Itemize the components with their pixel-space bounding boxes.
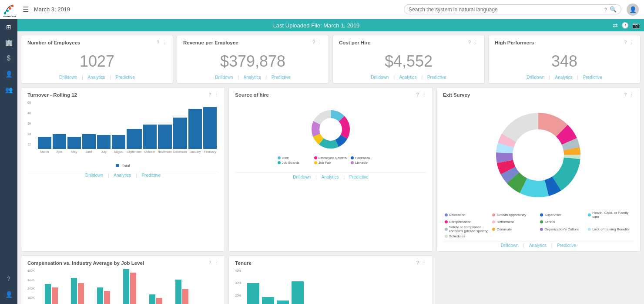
sidebar-item-group[interactable]: 👥: [0, 82, 17, 98]
kpi-links-cost: Drilldown | Analytics | Predictive: [339, 75, 478, 80]
sidebar-item-person[interactable]: 👤: [0, 66, 17, 82]
help-icon-comp[interactable]: ?: [208, 260, 211, 266]
more-icon-revenue[interactable]: ⋮: [318, 40, 322, 45]
predictive-link-cost[interactable]: Predictive: [427, 75, 446, 80]
turnover-links: Drilldown | Analytics | Predictive: [27, 173, 218, 178]
predictive-link-employees[interactable]: Predictive: [116, 75, 135, 80]
tenure-actions: ? ⋮: [416, 260, 426, 266]
sidebar-item-dollar[interactable]: $: [0, 51, 17, 66]
kpi-actions-cost: ? ⋮: [468, 40, 478, 45]
drilldown-link-exit[interactable]: Drilldown: [501, 243, 519, 248]
more-icon-exit[interactable]: ⋮: [629, 92, 634, 98]
compensation-chart: 400K 320K 240K 160K 80K 0 D: [27, 269, 218, 304]
sidebar-item-help[interactable]: ?: [0, 271, 17, 287]
sidebar-item-home[interactable]: ⊞: [0, 19, 17, 35]
tenure-lt5: <5: [277, 301, 289, 304]
more-icon-tenure[interactable]: ⋮: [422, 260, 426, 266]
bar-march: March: [38, 137, 51, 153]
drilldown-link-revenue[interactable]: Drilldown: [215, 75, 233, 80]
kpi-actions-performers: ? ⋮: [624, 40, 634, 45]
legend-dice: Dice: [278, 156, 311, 160]
tenure-title: Tenure: [235, 260, 252, 266]
banner-icons: ⇄ 🕐 📷: [613, 22, 640, 29]
avatar[interactable]: 👤: [627, 3, 639, 16]
exit-legend-schedules: Schedules: [445, 234, 489, 238]
drilldown-link-turnover[interactable]: Drilldown: [85, 173, 103, 178]
sidebar-item-user[interactable]: 👤: [0, 287, 17, 302]
legend-jobfair: Job Fair: [314, 161, 347, 165]
header: ☰ March 3, 2019 ? 🔍 👤: [17, 0, 644, 19]
clock-icon[interactable]: 🕐: [621, 22, 629, 29]
exit-legend-growth: Growth opportunity: [492, 211, 537, 219]
banner-text: Last Uploaded File: March 1, 2019: [20, 22, 613, 29]
turnover-y-axis: 60 48 36 24 12: [27, 101, 31, 153]
exit-donut-chart: [486, 103, 590, 207]
drilldown-link-performers[interactable]: Drilldown: [527, 75, 544, 80]
analytics-link-employees[interactable]: Analytics: [88, 75, 105, 80]
predictive-link-revenue[interactable]: Predictive: [272, 75, 291, 80]
analytics-link-cost[interactable]: Analytics: [399, 75, 417, 80]
logo: trenData: [0, 0, 17, 19]
bar-july: July: [97, 135, 111, 153]
analytics-link-turnover[interactable]: Analytics: [114, 173, 131, 178]
camera-icon[interactable]: 📷: [632, 22, 640, 29]
predictive-link-source[interactable]: Predictive: [349, 175, 369, 179]
more-icon-cost[interactable]: ⋮: [473, 40, 478, 45]
help-icon-source[interactable]: ?: [416, 92, 419, 98]
kpi-card-cost: Cost per Hire ? ⋮ $4,552 Drilldown | Ana…: [332, 35, 485, 84]
svg-text:trenData: trenData: [3, 15, 16, 17]
legend-facebook: Facebook: [351, 156, 384, 160]
search-input[interactable]: [409, 7, 604, 13]
more-icon-comp[interactable]: ⋮: [214, 260, 218, 266]
exit-donut-container: Relocation Growth opportunity Supervisor: [443, 100, 634, 238]
sidebar-item-building[interactable]: 🏢: [0, 35, 17, 51]
menu-icon[interactable]: ☰: [23, 5, 29, 14]
main-content: ☰ March 3, 2019 ? 🔍 👤 Last Uploaded File…: [17, 0, 644, 304]
more-icon-source[interactable]: ⋮: [422, 92, 426, 98]
drilldown-link-source[interactable]: Drilldown: [293, 175, 311, 179]
help-icon-exit[interactable]: ?: [624, 92, 627, 98]
kpi-card-header-performers: High Performers ? ⋮: [495, 40, 634, 45]
comp-bars-container: Director Executive VP: [27, 269, 218, 304]
tenure-bars-container: <1 <2 <5 <10: [235, 269, 426, 304]
analytics-link-revenue[interactable]: Analytics: [244, 75, 261, 80]
search-icon[interactable]: 🔍: [610, 6, 617, 13]
turnover-chart: 60 48 36 24 12 March: [27, 101, 218, 162]
kpi-card-header-employees: Number of Employees ? ⋮: [27, 40, 167, 45]
more-icon-employees[interactable]: ⋮: [162, 40, 167, 45]
drilldown-link-cost[interactable]: Drilldown: [371, 75, 389, 80]
help-icon-cost[interactable]: ?: [468, 40, 471, 45]
exit-survey-card: Exit Survey ? ⋮: [436, 87, 641, 252]
help-icon-revenue[interactable]: ?: [312, 40, 315, 45]
exit-header: Exit Survey ? ⋮: [443, 92, 634, 98]
kpi-card-header-revenue: Revenue per Employee ? ⋮: [183, 40, 322, 45]
analytics-link-source[interactable]: Analytics: [322, 175, 339, 179]
middle-chart-row: Turnover - Rolling 12 ? ⋮ 60 48 36 24 12: [21, 87, 641, 252]
comp-president: President: [119, 269, 141, 304]
kpi-title-employees: Number of Employees: [27, 40, 80, 45]
bar-december: December: [173, 118, 187, 153]
help-icon-employees[interactable]: ?: [157, 40, 159, 45]
help-icon-turnover[interactable]: ?: [208, 92, 211, 98]
tenure-chart: 40% 30% 20% 10% 0% <1 <2: [235, 269, 426, 304]
predictive-link-exit[interactable]: Predictive: [557, 243, 576, 248]
comp-actions: ? ⋮: [208, 260, 218, 266]
search-help-icon[interactable]: ?: [604, 7, 607, 12]
source-donut-container: Dice Employee Referral Facebook Job: [235, 100, 426, 170]
analytics-link-exit[interactable]: Analytics: [529, 243, 547, 248]
predictive-link-turnover[interactable]: Predictive: [141, 173, 161, 178]
source-actions: ? ⋮: [416, 92, 426, 98]
predictive-link-performers[interactable]: Predictive: [583, 75, 602, 80]
comp-header: Compensation vs. Industry Average by Job…: [27, 260, 218, 266]
analytics-link-performers[interactable]: Analytics: [555, 75, 573, 80]
shuffle-icon[interactable]: ⇄: [613, 22, 618, 29]
more-icon-turnover[interactable]: ⋮: [214, 92, 218, 98]
help-icon-performers[interactable]: ?: [624, 40, 627, 45]
bottom-row: Compensation vs. Industry Average by Job…: [21, 255, 641, 304]
sidebar: trenData ⊞ 🏢 $ 👤 👥 ? 👤: [0, 0, 17, 304]
drilldown-link-employees[interactable]: Drilldown: [59, 75, 77, 80]
help-icon-tenure[interactable]: ?: [416, 260, 419, 266]
comp-staff: Staff: [145, 294, 167, 304]
more-icon-performers[interactable]: ⋮: [629, 40, 634, 45]
compensation-card: Compensation vs. Industry Average by Job…: [21, 255, 225, 304]
